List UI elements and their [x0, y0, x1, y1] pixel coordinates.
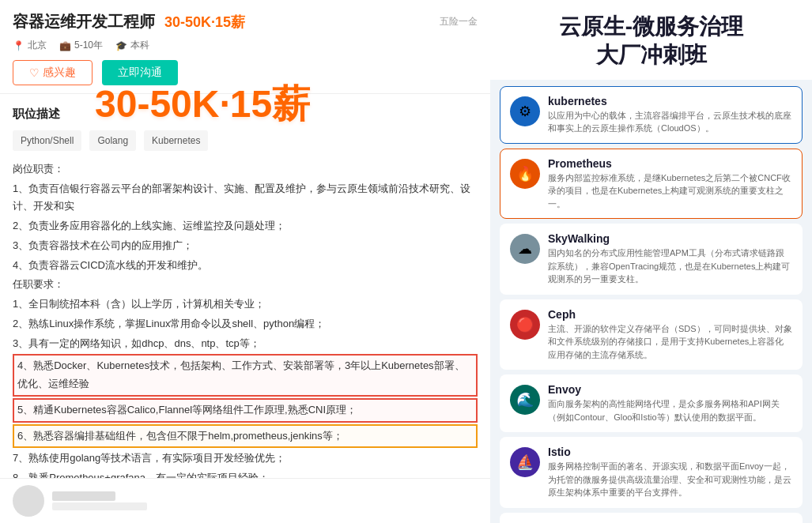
job-header: 容器运维开发工程师 30-50K·15薪 五险一金 📍 北京 💼 5-10年 🎓…	[0, 0, 490, 94]
right-header: 云原生-微服务治理 大厂冲刺班	[490, 0, 812, 80]
location-icon: 📍	[13, 40, 25, 51]
tag-python: Python/Shell	[13, 130, 81, 151]
action-row: ♡ 感兴趣 立即沟通	[13, 60, 478, 85]
prometheus-title: Prometheus	[548, 157, 792, 170]
envoy-icon: 🌊	[510, 385, 540, 415]
req-4: 4、熟悉Docker、Kubernetes技术，包括架构、工作方式、安装部署等，…	[13, 354, 478, 397]
profile-info	[52, 491, 147, 510]
prometheus-content: Prometheus 服务内部监控标准系统，是继Kubernetes之后第二个被…	[548, 157, 792, 211]
highlight-req-6: 6、熟悉容器编排基础组件，包含但不限于helm,prometheus,jenki…	[13, 424, 478, 449]
istio-desc: 服务网格控制平面的著名、开源实现，和数据平面Envoy一起，为托管的微服务提供高…	[548, 460, 792, 499]
role-1: 1、负责百信银行容器云平台的部署架构设计、实施、配置及维护，参与云原生领域前沿技…	[13, 180, 478, 216]
location-meta: 📍 北京	[13, 39, 47, 52]
right-panel: 云原生-微服务治理 大厂冲刺班 ⚙ kubernetes 以应用为中心的载体，主…	[490, 0, 812, 523]
briefcase-icon: 💼	[59, 40, 71, 51]
req-1: 1、全日制统招本科（含）以上学历，计算机相关专业；	[13, 295, 478, 314]
skywalking-desc: 国内知名的分布式应用性能管理APM工具（分布式请求链路跟踪系统），兼容OpenT…	[548, 246, 792, 286]
cards-list: ⚙ kubernetes 以应用为中心的载体，主流容器编排平台，云原生技术栈的底…	[490, 80, 812, 523]
envoy-desc: 面向服务架构的高性能网络代理，是众多服务网格和API网关（例如Contour、G…	[548, 397, 792, 423]
prometheus-icon: 🔥	[510, 159, 540, 189]
profile-row	[0, 478, 490, 523]
kubernetes-desc: 以应用为中心的载体，主流容器编排平台，云原生技术栈的底座和事实上的云原生操作系统…	[548, 109, 792, 135]
ceph-title: Ceph	[548, 308, 792, 321]
avatar	[13, 485, 44, 517]
salary-tag: 30-50K·15薪	[164, 13, 245, 32]
envoy-title: Envoy	[548, 383, 792, 396]
title-line2: 大厂冲刺班	[596, 43, 707, 67]
ceph-content: Ceph 主流、开源的软件定义存储平台（SDS），可同时提供块、对象和文件系统级…	[548, 308, 792, 362]
experience-value: 5-10年	[74, 39, 103, 52]
tags-row: Python/Shell Golang Kubernetes	[13, 130, 478, 151]
tag-kubernetes: Kubernetes	[144, 130, 208, 151]
right-header-title: 云原生-微服务治理 大厂冲刺班	[506, 13, 796, 70]
role-label: 岗位职责：	[13, 160, 478, 179]
job-content: 岗位职责： 1、负责百信银行容器云平台的部署架构设计、实施、配置及维护，参与云原…	[13, 160, 478, 514]
card-ceph[interactable]: 🔴 Ceph 主流、开源的软件定义存储平台（SDS），可同时提供块、对象和文件系…	[500, 299, 803, 371]
card-prometheus[interactable]: 🔥 Prometheus 服务内部监控标准系统，是继Kubernetes之后第二…	[500, 149, 803, 220]
req-7: 7、熟练使用golang等技术语言，有实际项目开发经验优先；	[13, 450, 478, 468]
role-2: 2、负责业务应用容器化的上线实施、运维监控及问题处理；	[13, 217, 478, 235]
ceph-desc: 主流、开源的软件定义存储平台（SDS），可同时提供块、对象和文件系统级别的存储接…	[548, 322, 792, 362]
graduate-icon: 🎓	[115, 40, 127, 51]
education-value: 本科	[130, 39, 149, 52]
card-skywalking[interactable]: ☁ SkyWalking 国内知名的分布式应用性能管理APM工具（分布式请求链路…	[500, 224, 803, 295]
tag-golang: Golang	[89, 130, 136, 151]
contact-label: 立即沟通	[118, 66, 162, 78]
istio-title: Istio	[548, 446, 792, 458]
kubernetes-icon: ⚙	[510, 96, 540, 126]
job-body: 职位描述 Python/Shell Golang Kubernetes 岗位职责…	[0, 94, 490, 514]
card-istio[interactable]: ⛵ Istio 服务网格控制平面的著名、开源实现，和数据平面Envoy一起，为托…	[500, 437, 803, 508]
req-3: 3、具有一定的网络知识，如dhcp、dns、ntp、tcp等；	[13, 335, 478, 353]
company-badge: 五险一金	[440, 15, 478, 28]
istio-icon: ⛵	[510, 447, 540, 477]
role-3: 3、负责容器技术在公司内的应用推广；	[13, 237, 478, 255]
location-value: 北京	[28, 39, 47, 52]
prometheus-desc: 服务内部监控标准系统，是继Kubernetes之后第二个被CNCF收录的项目，也…	[548, 171, 792, 211]
title-line1: 云原生-微服务治理	[559, 14, 743, 39]
req-5: 5、精通Kubernetes容器Calico,Flannel等网络组件工作原理,…	[13, 398, 478, 423]
job-meta: 📍 北京 💼 5-10年 🎓 本科	[13, 39, 478, 52]
job-title: 容器运维开发工程师	[13, 11, 155, 32]
interest-label: 感兴趣	[43, 66, 76, 80]
card-kubernetes[interactable]: ⚙ kubernetes 以应用为中心的载体，主流容器编排平台，云原生技术栈的底…	[500, 86, 803, 144]
skywalking-icon: ☁	[510, 234, 540, 264]
role-4: 4、负责容器云CICD流水线的开发和维护。	[13, 257, 478, 275]
heart-icon: ♡	[29, 66, 40, 79]
req-label: 任职要求：	[13, 276, 478, 294]
kubernetes-title: kubernetes	[548, 95, 792, 107]
profile-sub	[52, 502, 147, 510]
experience-meta: 💼 5-10年	[59, 39, 103, 52]
left-panel: 容器运维开发工程师 30-50K·15薪 五险一金 📍 北京 💼 5-10年 🎓…	[0, 0, 490, 523]
req-2: 2、熟练Linux操作系统，掌握Linux常用命令以及shell、python编…	[13, 315, 478, 333]
job-section-title: 职位描述	[13, 103, 478, 124]
envoy-content: Envoy 面向服务架构的高性能网络代理，是众多服务网格和API网关（例如Con…	[548, 383, 792, 423]
profile-name	[52, 491, 115, 501]
card-envoy[interactable]: 🌊 Envoy 面向服务架构的高性能网络代理，是众多服务网格和API网关（例如C…	[500, 374, 803, 432]
req-6: 6、熟悉容器编排基础组件，包含但不限于helm,prometheus,jenki…	[13, 424, 478, 449]
skywalking-content: SkyWalking 国内知名的分布式应用性能管理APM工具（分布式请求链路跟踪…	[548, 232, 792, 286]
highlight-req-4: 4、熟悉Docker、Kubernetes技术，包括架构、工作方式、安装部署等，…	[13, 354, 478, 397]
skywalking-title: SkyWalking	[548, 232, 792, 245]
kubernetes-content: kubernetes 以应用为中心的载体，主流容器编排平台，云原生技术栈的底座和…	[548, 95, 792, 135]
highlight-req-5: 5、精通Kubernetes容器Calico,Flannel等网络组件工作原理,…	[13, 398, 478, 423]
education-meta: 🎓 本科	[115, 39, 149, 52]
job-title-row: 容器运维开发工程师 30-50K·15薪 五险一金	[13, 11, 478, 32]
interest-button[interactable]: ♡ 感兴趣	[13, 60, 93, 85]
contact-button[interactable]: 立即沟通	[102, 60, 178, 85]
ceph-icon: 🔴	[510, 310, 540, 340]
card-knative[interactable]: K Knative 云原生架构体系中Serverless平台的实现，帮助组织基于…	[500, 513, 803, 523]
istio-content: Istio 服务网格控制平面的著名、开源实现，和数据平面Envoy一起，为托管的…	[548, 446, 792, 499]
